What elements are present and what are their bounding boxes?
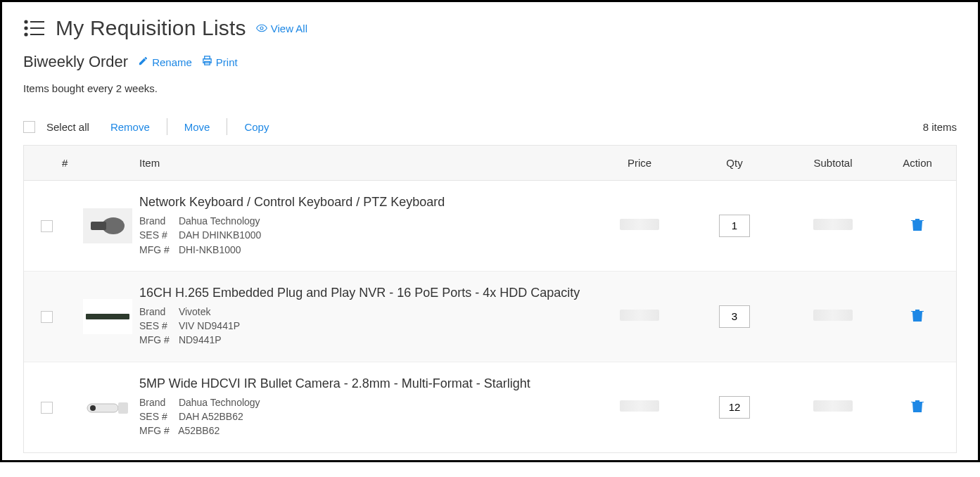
list-name: Biweekly Order xyxy=(23,53,128,71)
price-value xyxy=(620,310,659,321)
svg-rect-21 xyxy=(118,402,128,414)
svg-point-6 xyxy=(260,27,263,30)
row-checkbox[interactable] xyxy=(41,402,53,414)
table-header: # Item Price Qty Subtotal Action xyxy=(24,146,956,181)
qty-input[interactable] xyxy=(719,396,750,419)
toolbar: Select all Remove Move Copy 8 items xyxy=(23,118,957,135)
svg-rect-22 xyxy=(915,404,916,410)
trash-icon xyxy=(911,403,924,415)
price-value xyxy=(620,400,659,412)
brand-value: Dahua Technology xyxy=(179,215,260,227)
move-link[interactable]: Move xyxy=(179,120,216,134)
print-label: Print xyxy=(216,56,238,68)
ses-value: VIV ND9441P xyxy=(179,320,240,331)
ses-value: DAH DHINKB1000 xyxy=(179,229,262,241)
product-title[interactable]: 5MP Wide HDCVI IR Bullet Camera - 2.8mm … xyxy=(139,376,590,391)
remove-link[interactable]: Remove xyxy=(105,120,155,134)
select-all-label: Select all xyxy=(46,121,89,133)
brand-value: Vivotek xyxy=(179,306,211,317)
list-icon xyxy=(23,19,46,37)
col-action: Action xyxy=(886,157,949,169)
svg-point-2 xyxy=(25,27,27,29)
svg-rect-12 xyxy=(915,222,916,229)
qty-input[interactable] xyxy=(719,215,750,237)
print-icon xyxy=(202,56,212,68)
col-subtotal: Subtotal xyxy=(780,157,886,169)
row-checkbox[interactable] xyxy=(41,311,53,323)
svg-rect-24 xyxy=(919,404,919,410)
brand-label: Brand xyxy=(139,305,176,319)
ses-label: SES # xyxy=(139,319,176,333)
svg-rect-14 xyxy=(919,222,919,229)
row-checkbox[interactable] xyxy=(41,220,53,232)
delete-button[interactable] xyxy=(911,403,924,415)
product-title[interactable]: Network Keyboard / Control Keyboard / PT… xyxy=(139,195,590,210)
table-row: 5MP Wide HDCVI IR Bullet Camera - 2.8mm … xyxy=(24,362,956,452)
view-all-label: View All xyxy=(271,23,307,34)
list-description: Items bought every 2 weeks. xyxy=(23,82,957,94)
svg-point-4 xyxy=(25,33,27,35)
ses-label: SES # xyxy=(139,228,176,242)
view-all-link[interactable]: View All xyxy=(256,23,307,34)
svg-point-20 xyxy=(90,405,96,411)
select-all-checkbox[interactable] xyxy=(23,121,35,133)
svg-rect-23 xyxy=(917,404,917,410)
delete-button[interactable] xyxy=(911,222,924,234)
brand-label: Brand xyxy=(139,214,176,228)
print-button[interactable]: Print xyxy=(202,56,238,68)
mfg-value: ND9441P xyxy=(179,334,222,345)
rename-label: Rename xyxy=(152,56,192,68)
trash-icon xyxy=(911,222,924,234)
brand-value: Dahua Technology xyxy=(179,397,260,408)
svg-rect-16 xyxy=(915,313,916,319)
mfg-label: MFG # xyxy=(139,424,176,438)
separator xyxy=(227,118,227,135)
page-header: My Requisition Lists View All xyxy=(23,16,957,40)
product-thumbnail xyxy=(83,299,132,334)
delete-button[interactable] xyxy=(911,312,924,324)
svg-rect-13 xyxy=(917,222,917,229)
trash-icon xyxy=(911,312,924,324)
list-meta: Biweekly Order Rename Print xyxy=(23,53,957,71)
mfg-label: MFG # xyxy=(139,243,176,257)
copy-link[interactable]: Copy xyxy=(238,120,274,134)
rename-button[interactable]: Rename xyxy=(138,56,192,68)
table-row: 16CH H.265 Embedded Plug and Play NVR - … xyxy=(24,272,956,362)
col-price: Price xyxy=(590,157,689,169)
pencil-icon xyxy=(138,56,148,68)
subtotal-value xyxy=(813,400,853,412)
svg-rect-18 xyxy=(919,313,919,319)
page-title: My Requisition Lists xyxy=(56,16,246,40)
product-thumbnail xyxy=(83,390,132,425)
col-num: # xyxy=(62,157,83,169)
svg-rect-11 xyxy=(91,222,106,230)
subtotal-value xyxy=(813,310,853,321)
col-item: Item xyxy=(139,157,590,169)
product-title[interactable]: 16CH H.265 Embedded Plug and Play NVR - … xyxy=(139,286,590,300)
svg-rect-17 xyxy=(917,313,917,319)
ses-value: DAH A52BB62 xyxy=(179,411,243,422)
ses-label: SES # xyxy=(139,409,176,424)
svg-point-0 xyxy=(25,20,27,23)
item-count: 8 items xyxy=(923,121,957,133)
requisition-table: # Item Price Qty Subtotal Action Network… xyxy=(23,145,957,453)
product-thumbnail xyxy=(83,208,132,243)
brand-label: Brand xyxy=(139,395,176,409)
price-value xyxy=(620,219,659,230)
mfg-value: DHI-NKB1000 xyxy=(179,244,241,255)
mfg-value: A52BB62 xyxy=(178,425,219,436)
col-qty: Qty xyxy=(689,157,780,169)
table-row: Network Keyboard / Control Keyboard / PT… xyxy=(24,181,956,272)
separator xyxy=(167,118,167,135)
svg-rect-15 xyxy=(86,314,129,319)
eye-icon xyxy=(256,23,267,34)
qty-input[interactable] xyxy=(719,305,750,328)
mfg-label: MFG # xyxy=(139,333,176,347)
subtotal-value xyxy=(813,219,853,230)
